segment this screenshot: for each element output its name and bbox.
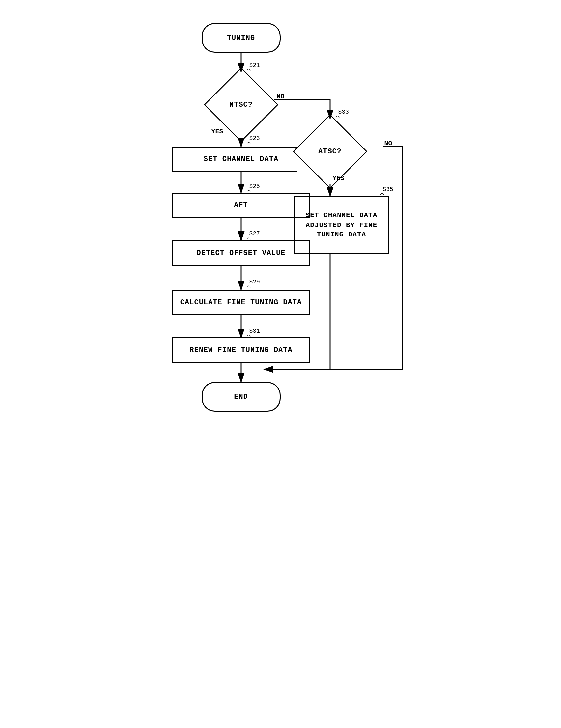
atsc-label: ATSC? [318,148,342,156]
tuning-label: TUNING [227,34,255,42]
step-s27: S27 [249,230,260,237]
squiggle-s23: ⌒ [247,140,251,147]
step-s25: S25 [249,183,260,190]
set-channel-data-label: SET CHANNEL DATA [203,155,278,163]
calc-fine-tuning-label: CALCULATE FINE TUNING DATA [180,298,302,307]
renew-fine-tuning-label: RENEW FINE TUNING DATA [189,346,292,354]
step-s33: S33 [338,109,349,115]
tuning-node: TUNING [201,23,280,53]
no2-label: NO [385,140,392,147]
step-s31: S31 [249,328,260,334]
squiggle-s29: ⌒ [247,283,251,290]
aft-node: AFT [172,193,310,218]
end-node: END [201,382,280,412]
no1-label: NO [277,93,285,100]
calc-fine-tuning-node: CALCULATE FINE TUNING DATA [172,290,310,315]
yes1-label: YES [211,128,223,135]
renew-fine-tuning-node: RENEW FINE TUNING DATA [172,337,310,363]
set-channel-data-adj-node: SET CHANNEL DATA ADJUSTED BY FINE TUNING… [294,196,389,254]
step-s21: S21 [249,62,260,68]
yes2-label: YES [333,175,345,182]
aft-label: AFT [234,201,248,209]
ntsc-label: NTSC? [229,101,253,109]
end-label: END [234,393,248,401]
detect-offset-label: DETECT OFFSET VALUE [197,249,286,257]
step-s29: S29 [249,279,260,285]
flowchart: TUNING S21 ⌒ NTSC? YES NO S23 ⌒ SET CHAN… [132,13,429,705]
set-channel-data-adj-label: SET CHANNEL DATA ADJUSTED BY FINE TUNING… [306,210,378,239]
step-s23: S23 [249,135,260,142]
detect-offset-node: DETECT OFFSET VALUE [172,240,310,266]
set-channel-data-node: SET CHANNEL DATA [172,147,310,172]
step-s35: S35 [383,186,393,193]
atsc-diamond: ATSC? [297,119,363,184]
